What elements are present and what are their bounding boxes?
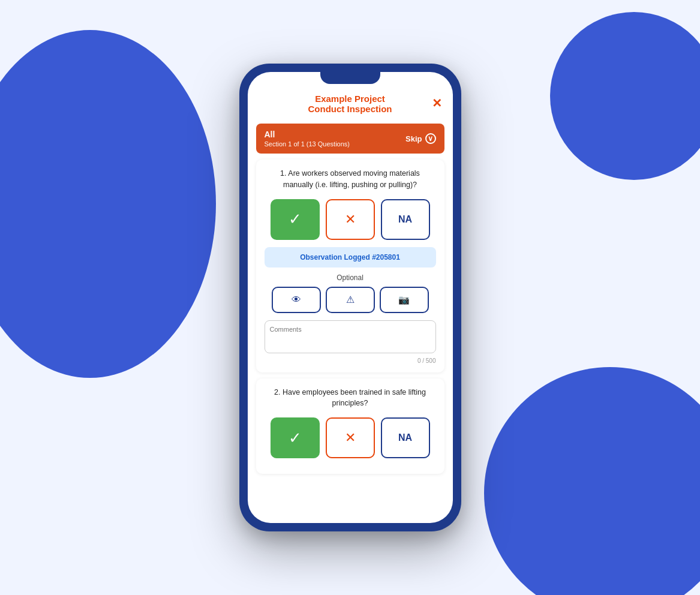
char-count: 0 / 500	[265, 357, 436, 364]
section-title: All	[265, 130, 350, 139]
question-card-1: 1. Are workers observed moving materials…	[256, 160, 444, 372]
close-button[interactable]: ✕	[432, 96, 442, 110]
na-text: NA	[398, 214, 412, 225]
no-button-2[interactable]: ✕	[326, 417, 375, 458]
bg-shape-left	[0, 30, 216, 378]
section-bar-info: All Section 1 of 1 (13 Questions)	[265, 130, 350, 148]
x-icon: ✕	[345, 212, 356, 227]
app-header: Example Project Conduct Inspection ✕	[248, 86, 453, 120]
bg-shape-right-bottom	[484, 367, 700, 595]
optional-label: Optional	[265, 274, 436, 282]
observation-logged: Observation Logged #205801	[265, 247, 436, 268]
answer-buttons-2: ✓ ✕ NA	[265, 417, 436, 458]
checkmark-icon-2: ✓	[289, 429, 302, 447]
phone-wrapper: Example Project Conduct Inspection ✕ All…	[239, 64, 461, 531]
phone-screen: Example Project Conduct Inspection ✕ All…	[248, 72, 453, 523]
warning-icon-button[interactable]: ⚠	[326, 287, 375, 313]
na-button-2[interactable]: NA	[381, 417, 430, 458]
question-2-text: 2. Have employees been trained in safe l…	[265, 387, 436, 410]
na-text-2: NA	[398, 432, 412, 443]
project-name: Example Project	[272, 94, 429, 104]
scroll-area: 1. Are workers observed moving materials…	[248, 154, 453, 523]
eye-icon: 👁	[292, 295, 301, 305]
phone-notch	[320, 72, 380, 84]
yes-button-1[interactable]: ✓	[271, 199, 320, 240]
chevron-down-icon: ∨	[425, 133, 436, 144]
screen-content: Example Project Conduct Inspection ✕ All…	[248, 72, 453, 523]
section-bar-skip[interactable]: Skip ∨	[405, 133, 435, 144]
action-icons-row: 👁 ⚠ 📷	[265, 287, 436, 313]
page-title: Conduct Inspection	[272, 104, 429, 114]
warning-icon: ⚠	[346, 294, 354, 305]
section-bar[interactable]: All Section 1 of 1 (13 Questions) Skip ∨	[256, 124, 444, 154]
camera-icon-button[interactable]: 📷	[380, 287, 429, 313]
yes-button-2[interactable]: ✓	[271, 417, 320, 458]
skip-label: Skip	[405, 134, 422, 143]
section-subtitle: Section 1 of 1 (13 Questions)	[265, 140, 350, 148]
bg-shape-right-top	[550, 12, 700, 180]
x-icon-2: ✕	[345, 430, 356, 446]
eye-icon-button[interactable]: 👁	[272, 287, 321, 313]
answer-buttons-1: ✓ ✕ NA	[265, 199, 436, 240]
question-1-text: 1. Are workers observed moving materials…	[265, 168, 436, 191]
checkmark-icon: ✓	[289, 210, 302, 229]
comments-input[interactable]	[265, 320, 436, 353]
question-card-2: 2. Have employees been trained in safe l…	[256, 378, 444, 474]
na-button-1[interactable]: NA	[381, 199, 430, 240]
phone-frame: Example Project Conduct Inspection ✕ All…	[239, 64, 461, 531]
camera-icon: 📷	[398, 295, 410, 305]
no-button-1[interactable]: ✕	[326, 199, 375, 240]
